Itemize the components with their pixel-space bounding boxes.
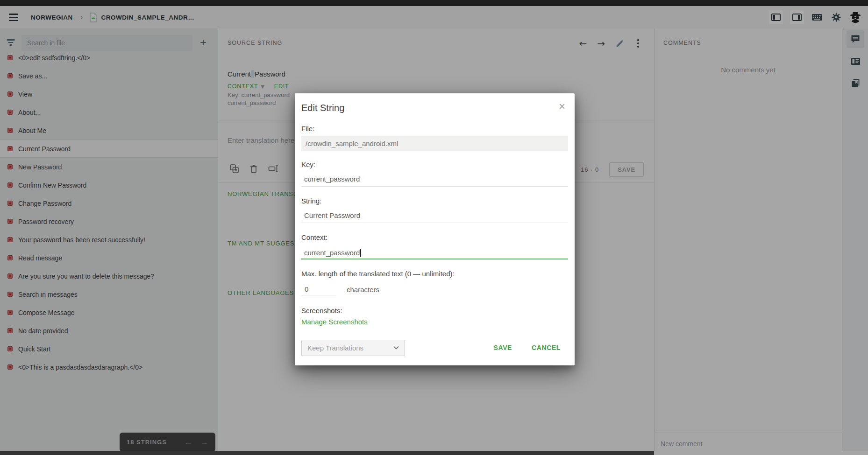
string-label: String: <box>301 197 568 205</box>
key-label: Key: <box>301 161 568 169</box>
file-field <box>301 136 568 151</box>
manage-screenshots-link[interactable]: Manage Screenshots <box>301 318 368 327</box>
close-icon[interactable]: × <box>556 100 568 113</box>
characters-suffix: characters <box>347 286 379 294</box>
max-length-input[interactable] <box>301 283 336 295</box>
modal-cancel-button[interactable]: CANCEL <box>532 344 561 351</box>
file-label: File: <box>301 125 568 133</box>
key-input[interactable] <box>301 174 568 187</box>
edit-string-modal: × Edit String File: Key: String: Context… <box>295 93 575 365</box>
max-length-row: characters <box>301 282 568 296</box>
translations-select[interactable]: Keep Translations <box>301 340 405 356</box>
context-label: Context: <box>301 233 568 242</box>
modal-footer: Keep Translations SAVE CANCEL <box>301 339 568 356</box>
string-input[interactable] <box>301 210 568 223</box>
translations-select-value: Keep Translations <box>307 344 363 352</box>
text-cursor <box>360 249 361 257</box>
modal-save-button[interactable]: SAVE <box>494 344 512 351</box>
max-length-label: Max. length of the translated text (0 — … <box>301 270 568 279</box>
modal-title: Edit String <box>301 103 568 113</box>
screenshots-label: Screenshots: <box>301 307 568 315</box>
context-value: current_password <box>304 249 360 257</box>
context-input[interactable]: current_password <box>301 246 568 259</box>
